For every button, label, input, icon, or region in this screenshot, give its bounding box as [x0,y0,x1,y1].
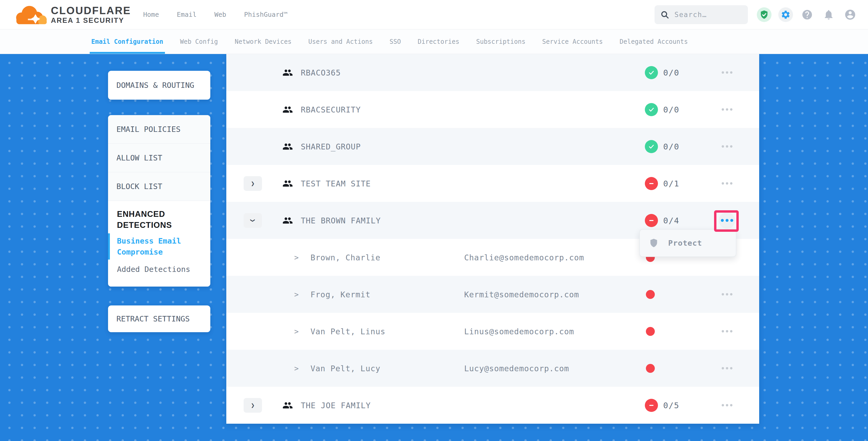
collapse-chevron-icon[interactable]: ❯ [244,213,262,228]
tab-users-and-actions[interactable]: Users and Actions [308,29,373,54]
header-icons [757,7,858,22]
member-email: Charlie@somedemocorp.com [464,253,584,262]
member-email: Linus@somedemocorp.com [464,327,574,336]
search-box[interactable] [655,5,748,24]
row-menu-ellipsis-icon-active[interactable] [719,212,735,229]
table-row[interactable]: > Van Pelt, Linus Linus@somedemocorp.com [226,313,759,350]
member-name: Brown, Charlie [310,253,380,262]
row-menu-ellipsis-icon[interactable] [719,360,735,377]
member-email: Lucy@somedemocorp.com [464,364,569,373]
shield-icon [649,238,659,249]
help-icon[interactable] [800,7,814,22]
member-chevron-icon: > [294,364,299,373]
protection-count: 0/0 [663,142,679,151]
tab-delegated-accounts[interactable]: Delegated Accounts [620,29,688,54]
brand-text: CLOUDFLARE AREA 1 SECURITY [51,5,131,24]
alert-dot-icon [646,290,655,299]
sidebar-item-block-list[interactable]: BLOCK LIST [108,172,210,201]
group-name: RBACO365 [301,68,341,77]
alert-dot-icon [646,327,655,336]
row-menu-ellipsis-icon[interactable] [719,64,735,81]
brand-name: CLOUDFLARE [51,5,131,17]
check-circle-icon [645,103,658,116]
menu-item-protect[interactable]: Protect [668,239,702,248]
tab-service-accounts[interactable]: Service Accounts [542,29,603,54]
alert-dot-icon [646,364,655,373]
row-menu-ellipsis-icon[interactable] [719,397,735,413]
check-circle-icon [645,140,658,153]
row-context-menu: Protect [639,229,736,257]
group-icon [282,215,293,226]
protection-count: 0/1 [663,179,679,188]
top-nav-web[interactable]: Web [214,11,226,18]
top-nav-home[interactable]: Home [143,11,159,18]
sidebar-item-retract-settings[interactable]: RETRACT SETTINGS [108,306,210,332]
row-menu-ellipsis-icon[interactable] [719,286,735,303]
group-name: RBACSECURITY [301,105,361,114]
table-row[interactable]: ❯ TEST TEAM SITE 0/1 [226,165,759,202]
table-row[interactable]: > Van Pelt, Lucy Lucy@somedemocorp.com [226,350,759,387]
top-nav-email[interactable]: Email [177,11,196,18]
tab-directories[interactable]: Directories [418,29,459,54]
member-chevron-icon: > [294,253,299,262]
group-name: TEST TEAM SITE [301,179,371,188]
group-icon [282,178,293,189]
row-menu-ellipsis-icon[interactable] [719,138,735,155]
sidebar-item-added-detections[interactable]: Added Detections [117,264,202,275]
tab-network-devices[interactable]: Network Devices [235,29,291,54]
sidebar-item-business-email-compromise[interactable]: Business Email Compromise [117,235,202,257]
search-input[interactable] [675,11,742,19]
member-chevron-icon: > [294,290,299,298]
search-icon [660,10,669,19]
table-row[interactable]: SHARED_GROUP 0/0 [226,128,759,165]
sidebar-item-domains-routing[interactable]: DOMAINS & ROUTING [108,71,210,100]
protection-count: 0/5 [663,401,679,410]
brand-subtitle: AREA 1 SECURITY [51,17,131,24]
protection-count: 0/0 [663,68,679,77]
expand-chevron-icon[interactable]: ❯ [244,398,262,413]
expand-chevron-icon[interactable]: ❯ [244,176,262,191]
tab-subscriptions[interactable]: Subscriptions [476,29,526,54]
settings-gear-icon[interactable] [778,7,793,22]
member-name: Van Pelt, Linus [310,327,385,336]
table-row[interactable]: ❯ THE JOE FAMILY 0/5 [226,387,759,424]
member-chevron-icon: > [294,327,299,336]
enhanced-detections-section: ENHANCED DETECTIONS Business Email Compr… [108,201,210,287]
tab-web-config[interactable]: Web Config [180,29,218,54]
protection-count: 0/4 [663,216,679,225]
table-row[interactable]: > Frog, Kermit Kermit@somedemocorp.com [226,276,759,313]
top-nav-phishguard[interactable]: PhishGuard™ [244,11,288,18]
shield-check-icon[interactable] [757,7,772,22]
enhanced-detections-title: ENHANCED DETECTIONS [117,209,202,231]
brand[interactable]: CLOUDFLARE AREA 1 SECURITY [13,3,137,26]
row-menu-ellipsis-icon[interactable] [719,323,735,340]
row-menu-ellipsis-icon[interactable] [719,176,735,192]
group-icon [282,141,293,152]
sidebar-card-domains-routing[interactable]: DOMAINS & ROUTING [108,71,210,100]
group-name: THE BROWN FAMILY [301,216,381,225]
tab-sso[interactable]: SSO [390,29,401,54]
protection-count: 0/0 [663,105,679,114]
table-row[interactable]: RBACO365 0/0 [226,54,759,91]
top-nav: Home Email Web PhishGuard™ [143,11,287,18]
member-name: Van Pelt, Lucy [310,364,380,373]
row-menu-ellipsis-icon[interactable] [719,101,735,118]
top-bar: CLOUDFLARE AREA 1 SECURITY Home Email We… [0,0,868,29]
groups-table: RBACO365 0/0 RBACSECURITY 0/0 SHARED_GRO… [226,54,759,424]
group-icon [282,67,293,78]
sidebar-item-email-policies[interactable]: EMAIL POLICIES [108,115,210,144]
member-name: Frog, Kermit [310,290,371,299]
table-row[interactable]: RBACSECURITY 0/0 [226,91,759,128]
member-email: Kermit@somedemocorp.com [464,290,579,299]
tab-email-configuration[interactable]: Email Configuration [91,29,163,54]
sidebar-item-allow-list[interactable]: ALLOW LIST [108,144,210,172]
sidebar-card-retract-settings[interactable]: RETRACT SETTINGS [108,306,210,332]
check-circle-icon [645,66,658,79]
minus-circle-icon [645,177,658,190]
group-icon [282,400,293,411]
group-name: THE JOE FAMILY [301,401,371,410]
account-icon[interactable] [843,7,858,22]
notifications-bell-icon[interactable] [821,7,836,22]
minus-circle-icon [645,399,658,412]
minus-circle-icon [645,214,658,227]
